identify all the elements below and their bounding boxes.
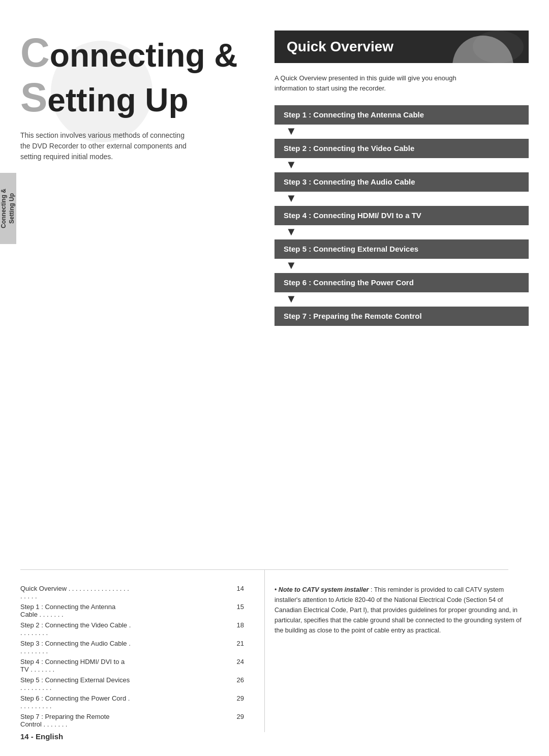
step-box-5: Step 5 : Connecting External Devices xyxy=(274,239,529,259)
toc-label-4: Step 4 : Connecting HDMI/ DVI to a TV . … xyxy=(20,658,132,673)
note-section: • Note to CATV system installer : This r… xyxy=(274,585,524,636)
divider-vertical xyxy=(264,569,265,732)
note-body-text: : This reminder is provided to call CATV… xyxy=(274,586,522,634)
quick-overview-box: Quick Overview xyxy=(274,31,529,63)
toc-label-1: Step 1 : Connecting the Antenna Cable . … xyxy=(20,603,132,618)
step-arrow-4: ▼ xyxy=(274,226,529,237)
step-item-2: Step 2 : Connecting the Video Cable ▼ xyxy=(274,139,529,170)
quick-overview-title: Quick Overview xyxy=(287,39,393,54)
toc-item-3: Step 3 : Connecting the Audio Cable . . … xyxy=(20,640,244,655)
step-arrow-5: ▼ xyxy=(274,260,529,271)
step-item-6: Step 6 : Connecting the Power Cord ▼ xyxy=(274,273,529,305)
step-item-3: Step 3 : Connecting the Audio Cable ▼ xyxy=(274,172,529,204)
toc-page-0: 14 xyxy=(132,585,244,600)
note-bullet: • xyxy=(274,586,279,593)
step-item-1: Step 1 : Connecting the Antenna Cable ▼ xyxy=(274,105,529,137)
step-item-7: Step 7 : Preparing the Remote Control xyxy=(274,307,529,326)
step-box-3: Step 3 : Connecting the Audio Cable xyxy=(274,172,529,192)
step-box-4: Step 4 : Connecting HDMI/ DVI to a TV xyxy=(274,206,529,225)
toc-label-0: Quick Overview . . . . . . . . . . . . .… xyxy=(20,585,132,600)
toc-item-4: Step 4 : Connecting HDMI/ DVI to a TV . … xyxy=(20,658,244,673)
toc-item-7: Step 7 : Preparing the Remote Control . … xyxy=(20,713,244,728)
step-label-3: Step 3 : Connecting the Audio Cable xyxy=(284,177,415,186)
step-box-2: Step 2 : Connecting the Video Cable xyxy=(274,139,529,158)
toc-item-6: Step 6 : Connecting the Power Cord . . .… xyxy=(20,694,244,710)
step-label-2: Step 2 : Connecting the Video Cable xyxy=(284,144,414,153)
toc-label-7: Step 7 : Preparing the Remote Control . … xyxy=(20,713,132,728)
toc-page-4: 24 xyxy=(132,658,244,673)
footer-language: 14 - English xyxy=(20,732,63,741)
toc-label-6: Step 6 : Connecting the Power Cord . . .… xyxy=(20,694,132,710)
quick-overview-description: A Quick Overview presented in this guide… xyxy=(274,73,488,93)
step-box-6: Step 6 : Connecting the Power Cord xyxy=(274,273,529,292)
note-text: • Note to CATV system installer : This r… xyxy=(274,585,524,636)
toc-item-1: Step 1 : Connecting the Antenna Cable . … xyxy=(20,603,244,618)
toc-item-5: Step 5 : Connecting External Devices . .… xyxy=(20,676,244,691)
toc-page-3: 21 xyxy=(132,640,244,655)
toc-page-2: 18 xyxy=(132,621,244,637)
toc-page-6: 29 xyxy=(132,694,244,710)
steps-container: Step 1 : Connecting the Antenna Cable ▼ … xyxy=(274,105,529,326)
step-arrow-6: ▼ xyxy=(274,293,529,305)
step-arrow-1: ▼ xyxy=(274,126,529,137)
title-second-letter: S xyxy=(20,75,47,120)
step-label-4: Step 4 : Connecting HDMI/ DVI to a TV xyxy=(284,211,421,220)
left-section: Connecting & Setting Up This section inv… xyxy=(20,31,264,162)
toc-item-2: Step 2 : Connecting the Video Cable . . … xyxy=(20,621,244,637)
step-label-1: Step 1 : Connecting the Antenna Cable xyxy=(284,110,424,119)
toc-page-7: 29 xyxy=(132,713,244,728)
note-bold-text: Note to CATV system installer xyxy=(279,586,369,593)
sidebar-tab-label: Connecting &Setting Up xyxy=(0,189,16,228)
toc-label-2: Step 2 : Connecting the Video Cable . . … xyxy=(20,621,132,637)
toc-page-5: 26 xyxy=(132,676,244,691)
title-line2: Setting Up xyxy=(20,75,264,120)
step-arrow-2: ▼ xyxy=(274,159,529,170)
step-label-5: Step 5 : Connecting External Devices xyxy=(284,245,418,253)
step-label-6: Step 6 : Connecting the Power Cord xyxy=(284,278,414,287)
decorative-circle-right xyxy=(452,36,513,63)
main-title: Connecting & Setting Up xyxy=(20,31,264,120)
toc-section: Quick Overview . . . . . . . . . . . . .… xyxy=(20,585,244,731)
language-label: English xyxy=(36,732,63,741)
toc-page-1: 15 xyxy=(132,603,244,618)
toc-label-3: Step 3 : Connecting the Audio Cable . . … xyxy=(20,640,132,655)
toc-item-0: Quick Overview . . . . . . . . . . . . .… xyxy=(20,585,244,600)
page-number: 14 xyxy=(20,732,29,741)
step-item-4: Step 4 : Connecting HDMI/ DVI to a TV ▼ xyxy=(274,206,529,237)
step-box-1: Step 1 : Connecting the Antenna Cable xyxy=(274,105,529,125)
right-panel: Quick Overview A Quick Overview presente… xyxy=(274,31,529,328)
step-box-7: Step 7 : Preparing the Remote Control xyxy=(274,307,529,326)
step-arrow-3: ▼ xyxy=(274,193,529,204)
title-first-letter: C xyxy=(20,30,50,75)
step-item-5: Step 5 : Connecting External Devices ▼ xyxy=(274,239,529,271)
toc-label-5: Step 5 : Connecting External Devices . .… xyxy=(20,676,132,691)
sidebar-tab: Connecting &Setting Up xyxy=(0,173,16,244)
step-label-7: Step 7 : Preparing the Remote Control xyxy=(284,312,422,320)
section-description: This section involves various methods of… xyxy=(20,130,193,162)
title-line1: Connecting & xyxy=(20,31,264,75)
